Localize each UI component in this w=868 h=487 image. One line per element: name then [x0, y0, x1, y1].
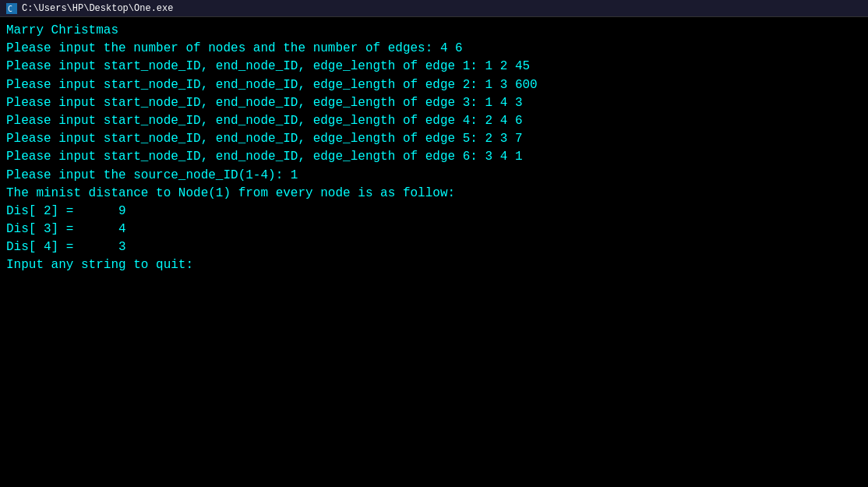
- svg-text:C: C: [8, 5, 12, 13]
- console-icon: C: [6, 3, 17, 14]
- title-bar-text: C:\Users\HP\Desktop\One.exe: [22, 3, 173, 14]
- console-area: Marry Christmas Please input the number …: [0, 17, 868, 487]
- title-bar: C C:\Users\HP\Desktop\One.exe: [0, 0, 868, 17]
